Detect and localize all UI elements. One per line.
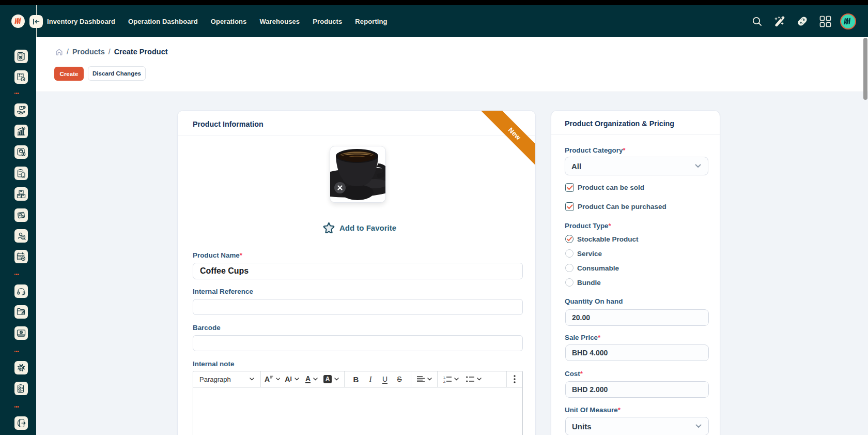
svg-text:1.: 1. — [443, 376, 446, 379]
svg-text:2.: 2. — [443, 380, 446, 383]
